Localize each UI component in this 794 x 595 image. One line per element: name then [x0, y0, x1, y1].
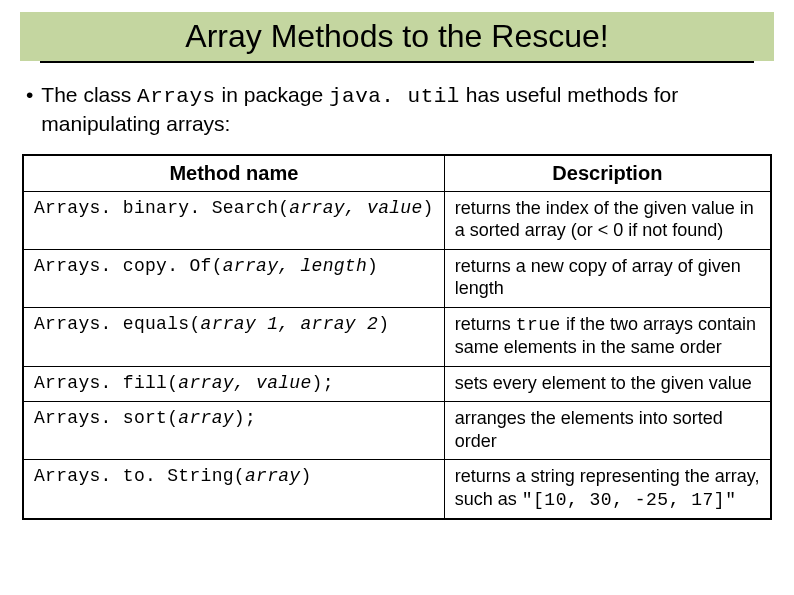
- bullet-mid: in package: [216, 83, 329, 106]
- method-pre: Arrays. equals(: [34, 314, 201, 334]
- method-cell: Arrays. to. String(array): [23, 460, 444, 520]
- method-args: array, length: [223, 256, 367, 276]
- description-cell: arranges the elements into sorted order: [444, 402, 771, 460]
- table-row: Arrays. binary. Search(array, value)retu…: [23, 191, 771, 249]
- table-row: Arrays. sort(array);arranges the element…: [23, 402, 771, 460]
- table-row: Arrays. fill(array, value);sets every el…: [23, 366, 771, 402]
- description-cell: returns a string representing the array,…: [444, 460, 771, 520]
- method-cell: Arrays. copy. Of(array, length): [23, 249, 444, 307]
- method-post: ): [300, 466, 311, 486]
- desc-pre: sets every element to the given value: [455, 373, 752, 393]
- desc-pre: returns: [455, 314, 516, 334]
- desc-pre: returns a new copy of array of given len…: [455, 256, 741, 299]
- description-cell: returns a new copy of array of given len…: [444, 249, 771, 307]
- method-post: );: [312, 373, 334, 393]
- table-row: Arrays. copy. Of(array, length)returns a…: [23, 249, 771, 307]
- description-cell: returns the index of the given value in …: [444, 191, 771, 249]
- desc-code: true: [516, 315, 561, 335]
- method-args: array: [178, 408, 234, 428]
- header-method: Method name: [23, 155, 444, 192]
- method-cell: Arrays. fill(array, value);: [23, 366, 444, 402]
- method-post: ): [378, 314, 389, 334]
- header-description: Description: [444, 155, 771, 192]
- desc-pre: returns the index of the given value in …: [455, 198, 754, 241]
- title-container: Array Methods to the Rescue!: [20, 12, 774, 63]
- method-cell: Arrays. equals(array 1, array 2): [23, 307, 444, 366]
- table-header-row: Method name Description: [23, 155, 771, 192]
- method-args: array 1, array 2: [201, 314, 379, 334]
- desc-code: "[10, 30, -25, 17]": [522, 490, 737, 510]
- methods-table: Method name Description Arrays. binary. …: [22, 154, 772, 521]
- bullet-icon: •: [26, 81, 33, 138]
- method-args: array, value: [178, 373, 311, 393]
- method-pre: Arrays. to. String(: [34, 466, 245, 486]
- slide-title: Array Methods to the Rescue!: [36, 18, 758, 55]
- title-bar: Array Methods to the Rescue!: [20, 12, 774, 61]
- method-pre: Arrays. fill(: [34, 373, 178, 393]
- method-cell: Arrays. binary. Search(array, value): [23, 191, 444, 249]
- method-post: );: [234, 408, 256, 428]
- method-pre: Arrays. binary. Search(: [34, 198, 289, 218]
- method-post: ): [367, 256, 378, 276]
- bullet-prefix: The class: [41, 83, 137, 106]
- desc-pre: arranges the elements into sorted order: [455, 408, 723, 451]
- method-pre: Arrays. copy. Of(: [34, 256, 223, 276]
- bullet-code-arrays: Arrays: [137, 85, 216, 108]
- method-pre: Arrays. sort(: [34, 408, 178, 428]
- method-post: ): [423, 198, 434, 218]
- bullet-text: • The class Arrays in package java. util…: [26, 81, 762, 138]
- title-underline: [40, 61, 754, 63]
- slide: Array Methods to the Rescue! • The class…: [0, 12, 794, 595]
- bullet-code-javautil: java. util: [329, 85, 460, 108]
- description-cell: sets every element to the given value: [444, 366, 771, 402]
- method-args: array, value: [289, 198, 422, 218]
- bullet-content: The class Arrays in package java. util h…: [41, 81, 762, 138]
- table-row: Arrays. to. String(array)returns a strin…: [23, 460, 771, 520]
- method-cell: Arrays. sort(array);: [23, 402, 444, 460]
- table-row: Arrays. equals(array 1, array 2)returns …: [23, 307, 771, 366]
- description-cell: returns true if the two arrays contain s…: [444, 307, 771, 366]
- method-args: array: [245, 466, 301, 486]
